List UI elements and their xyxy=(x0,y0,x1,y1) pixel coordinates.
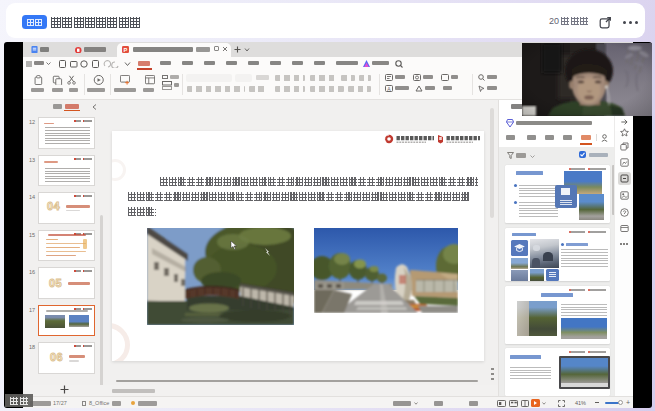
svg-text:A: A xyxy=(387,86,391,92)
svg-text:P: P xyxy=(124,47,128,53)
